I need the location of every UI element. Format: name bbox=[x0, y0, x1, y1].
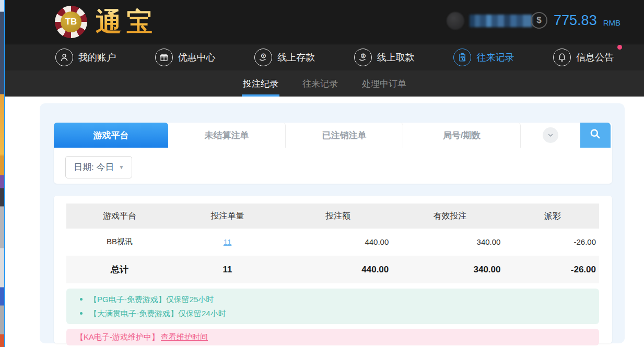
table-header-row: 游戏平台 投注单量 投注额 有效投注 派彩 bbox=[66, 204, 599, 229]
filter-card: 游戏平台 未结算注单 已注销注单 局号/期数 日期: 今日 ▼ bbox=[54, 123, 612, 184]
promo-notice-box: 【PG电子-免费游戏】仅保留25小时 【大满贯电子-免费游戏】仅保留24小时 bbox=[66, 289, 599, 324]
cell-platform: BB视讯 bbox=[66, 229, 173, 256]
subtab-label: 投注纪录 bbox=[243, 78, 278, 90]
filter-tab-unsettled[interactable]: 未结算注单 bbox=[168, 123, 286, 148]
brand-name: 通宝 bbox=[96, 5, 157, 40]
nav-label: 线上取款 bbox=[377, 51, 415, 64]
maintenance-text: 【KA电子-游戏维护中】 bbox=[76, 332, 159, 342]
user-icon bbox=[55, 49, 73, 66]
user-account[interactable] bbox=[447, 12, 532, 30]
notification-dot bbox=[617, 45, 622, 50]
maintenance-notice-box: 【KA电子-游戏维护中】 查看维护时间 bbox=[66, 329, 599, 345]
gift-icon bbox=[155, 49, 173, 66]
filter-tab-row: 游戏平台 未结算注单 已注销注单 局号/期数 bbox=[54, 123, 612, 148]
promo-notice-line: 【PG电子-免费游戏】仅保留25小时 bbox=[77, 292, 599, 306]
date-filter-row: 日期: 今日 ▼ bbox=[54, 148, 612, 178]
total-bet-count: 11 bbox=[173, 256, 282, 283]
cell-payout: -26.00 bbox=[506, 229, 599, 256]
active-tab-underline bbox=[242, 94, 279, 97]
balance-currency: RMB bbox=[603, 18, 620, 27]
nav-label: 线上存款 bbox=[277, 51, 315, 64]
bet-summary-table: 游戏平台 投注单量 投注额 有效投注 派彩 BB视讯 11 440.00 340… bbox=[66, 204, 599, 283]
username-redacted bbox=[470, 15, 532, 27]
table-row: BB视讯 11 440.00 340.00 -26.00 bbox=[66, 229, 599, 256]
bullet-icon bbox=[80, 312, 83, 315]
date-filter-label: 日期: 今日 bbox=[74, 161, 114, 173]
subtab-transaction-records[interactable]: 往来记录 bbox=[302, 70, 338, 97]
results-card: 游戏平台 投注单量 投注额 有效投注 派彩 BB视讯 11 440.00 340… bbox=[54, 196, 612, 343]
filter-tab-round-number[interactable]: 局号/期数 bbox=[403, 123, 521, 148]
search-button[interactable] bbox=[580, 123, 611, 148]
nav-item-announcements[interactable]: 信息公告 bbox=[553, 49, 614, 66]
col-header-bet-count: 投注单量 bbox=[173, 204, 282, 229]
svg-text:¥: ¥ bbox=[263, 54, 265, 57]
col-header-platform: 游戏平台 bbox=[66, 204, 173, 229]
maintenance-schedule-link[interactable]: 查看维护时间 bbox=[161, 332, 208, 342]
bet-count-link[interactable]: 11 bbox=[224, 237, 232, 246]
cell-bet-amount: 440.00 bbox=[282, 229, 394, 256]
col-header-payout: 派彩 bbox=[506, 204, 599, 229]
nav-item-my-account[interactable]: 我的账户 bbox=[55, 49, 116, 66]
record-subnav: 投注纪录 往来记录 处理中订单 bbox=[5, 70, 644, 97]
bullet-icon bbox=[80, 298, 83, 301]
nav-label: 我的账户 bbox=[78, 51, 116, 64]
subtab-label: 处理中订单 bbox=[362, 78, 406, 90]
total-valid-bet: 340.00 bbox=[394, 256, 506, 283]
total-payout: -26.00 bbox=[506, 256, 599, 283]
avatar bbox=[447, 12, 464, 30]
nav-label: 往来记录 bbox=[476, 51, 514, 64]
col-header-bet-amount: 投注额 bbox=[282, 204, 394, 229]
nav-label: 信息公告 bbox=[576, 51, 614, 64]
content-panel: 游戏平台 未结算注单 已注销注单 局号/期数 日期: 今日 ▼ bbox=[40, 103, 625, 343]
filter-tab-game-platform[interactable]: 游戏平台 bbox=[54, 123, 168, 148]
nav-item-deposit[interactable]: ¥ 线上存款 bbox=[254, 49, 315, 66]
subtab-pending-orders[interactable]: 处理中订单 bbox=[362, 70, 406, 97]
records-icon bbox=[453, 49, 471, 66]
promo-notice-text: 【PG电子-免费游戏】仅保留25小时 bbox=[89, 292, 214, 306]
logo-badge: TB bbox=[61, 11, 81, 32]
total-bet-amount: 440.00 bbox=[282, 256, 394, 283]
nav-item-withdraw[interactable]: $ 线上取款 bbox=[354, 49, 415, 66]
brand-logo: TB 通宝 bbox=[55, 5, 157, 39]
left-accent-line bbox=[4, 0, 5, 347]
dollar-circle-icon: $ bbox=[531, 12, 547, 29]
main-nav: 我的账户 优惠中心 ¥ 线上存款 $ 线上取款 往来记录 信息公告 bbox=[5, 44, 644, 70]
poker-chip-icon: TB bbox=[55, 6, 87, 38]
top-header: TB 通宝 $ 775.83 RMB bbox=[5, 0, 644, 44]
bell-icon bbox=[553, 49, 571, 66]
nav-item-transaction-records[interactable]: 往来记录 bbox=[453, 49, 514, 66]
background-game-strip bbox=[0, 0, 4, 347]
withdraw-icon: $ bbox=[354, 49, 372, 66]
promo-notice-text: 【大满贯电子-免费游戏】仅保留24小时 bbox=[89, 306, 226, 320]
filter-expand-button[interactable] bbox=[521, 123, 580, 148]
col-header-valid-bet: 有效投注 bbox=[394, 204, 506, 229]
total-label: 总计 bbox=[66, 256, 173, 283]
cell-valid-bet: 340.00 bbox=[394, 229, 506, 256]
table-total-row: 总计 11 440.00 340.00 -26.00 bbox=[66, 256, 599, 283]
search-icon bbox=[589, 127, 602, 143]
svg-text:$: $ bbox=[362, 54, 364, 57]
chevron-down-icon bbox=[543, 127, 558, 143]
subtab-bet-records[interactable]: 投注纪录 bbox=[243, 70, 278, 97]
filter-tab-cancelled[interactable]: 已注销注单 bbox=[286, 123, 403, 148]
date-filter-dropdown[interactable]: 日期: 今日 ▼ bbox=[65, 156, 132, 178]
wallet-balance: $ 775.83 RMB bbox=[531, 12, 620, 29]
nav-item-promotions[interactable]: 优惠中心 bbox=[155, 49, 216, 66]
promo-notice-line: 【大满贯电子-免费游戏】仅保留24小时 bbox=[77, 306, 599, 320]
deposit-icon: ¥ bbox=[254, 49, 272, 66]
balance-amount: 775.83 bbox=[554, 13, 597, 29]
subtab-label: 往来记录 bbox=[302, 78, 338, 90]
caret-down-icon: ▼ bbox=[119, 164, 124, 170]
nav-label: 优惠中心 bbox=[178, 51, 216, 64]
cell-bet-count: 11 bbox=[173, 229, 282, 256]
